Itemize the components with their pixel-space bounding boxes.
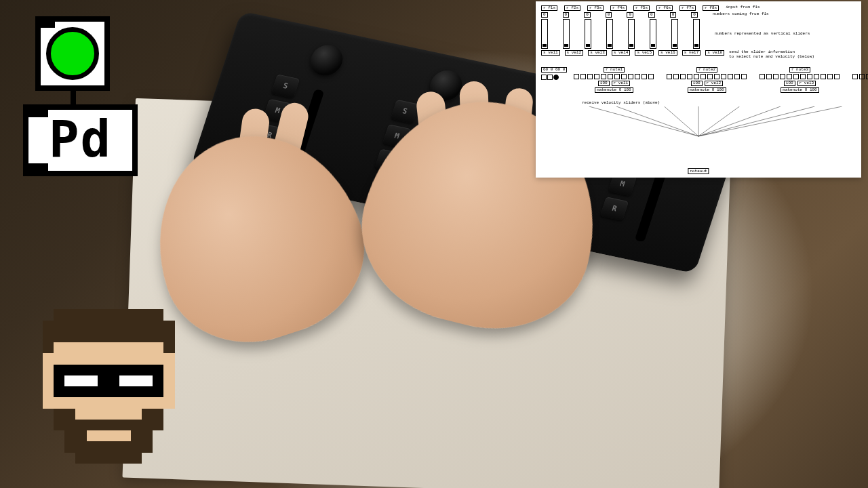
number-box: 0 — [648, 12, 655, 18]
number-box: 0 — [541, 12, 548, 18]
puredata-logo: Pd — [23, 16, 138, 176]
makenote-obj: makenote 0 100 — [595, 87, 633, 93]
send-obj: s vel5 — [635, 50, 654, 56]
number-box: 0 — [606, 12, 612, 18]
receive-note: r note1 — [604, 67, 625, 73]
patch-comment: to select note and velocity (below) — [729, 55, 814, 59]
svg-rect-3 — [43, 353, 54, 408]
receive-obj: r f3s — [587, 5, 604, 11]
vslider-icon — [650, 19, 656, 49]
svg-rect-13 — [75, 453, 142, 464]
patch-slider-row: numbers represented as vertical sliders — [541, 19, 856, 49]
note-group: r note4 100 r vel4 makenote 0 100 noteou… — [852, 67, 868, 100]
svg-rect-10 — [131, 375, 142, 386]
receive-obj: r f6s — [656, 5, 673, 11]
knob-1[interactable] — [307, 42, 347, 79]
note-group: r note3 100 r vel3 makenote 0 100 — [760, 67, 840, 93]
receive-obj: r f4s — [610, 5, 627, 11]
svg-rect-6 — [64, 375, 75, 386]
send-obj: s vel2 — [565, 50, 584, 56]
patch-comment: numbers represented as vertical sliders — [715, 32, 810, 36]
vslider-icon — [628, 19, 635, 49]
send-obj: s vel6 — [658, 50, 677, 56]
vslider-icon — [563, 19, 570, 49]
vslider-icon — [541, 19, 548, 49]
vel-recv: r vel1 — [612, 81, 631, 86]
send-obj: s vel7 — [682, 50, 701, 56]
svg-rect-7 — [75, 375, 86, 386]
patch-send-row: s vel1 s vel2 s vel3 s vel4 s vel5 s vel… — [541, 50, 856, 59]
svg-rect-9 — [119, 375, 130, 386]
makenote-obj: makenote 0 100 — [688, 87, 726, 93]
pd-label: Pd — [49, 114, 112, 164]
vslider-icon — [585, 19, 591, 49]
vel-recv: r vel3 — [797, 81, 816, 86]
svg-line-21 — [698, 106, 740, 136]
patch-comment: receive velocity sliders (above) — [582, 101, 660, 105]
svg-line-17 — [589, 106, 698, 136]
number-box: 0 — [627, 12, 633, 18]
vel-recv: r vel2 — [705, 81, 724, 86]
number-box: 0 — [691, 12, 698, 18]
send-obj: s vel3 — [588, 50, 607, 56]
receive-obj: r f1s — [541, 5, 557, 11]
svg-line-19 — [665, 106, 698, 136]
send-obj: s vel8 — [705, 50, 724, 56]
number-box: 0 — [563, 12, 570, 18]
receive-note: r note3 — [789, 67, 810, 73]
number-box: 0 — [670, 12, 677, 18]
vslider-icon — [693, 19, 700, 49]
vslider-icon — [671, 19, 678, 49]
vslider-icon — [606, 19, 613, 49]
number-box: 0 — [584, 12, 591, 18]
svg-line-24 — [698, 106, 842, 136]
rec-button[interactable]: R — [600, 197, 629, 221]
pd-bang-icon — [35, 16, 110, 91]
patch-number-row: 0 0 0 0 0 0 0 0 numbers coming from f1s — [541, 12, 856, 18]
svg-rect-4 — [163, 353, 174, 408]
noteout-bottom: noteout — [688, 168, 709, 174]
svg-line-23 — [698, 106, 814, 136]
note-group: r note1 100 r vel1 makenote 0 100 — [574, 67, 654, 93]
patch-comment: input from f1s — [726, 5, 760, 9]
dur-box: 100 — [691, 81, 703, 86]
makenote-obj: makenote 0 100 — [781, 87, 818, 93]
solo-button[interactable]: S — [391, 100, 420, 124]
pd-patch-overlay: r f1s r f2s r f3s r f4s r f5s r f6s r f7… — [536, 1, 861, 178]
receive-note: r note2 — [696, 67, 717, 73]
svg-rect-14 — [54, 409, 76, 431]
svg-rect-16 — [87, 430, 131, 441]
patch-groups-row: 60 0 60 0 r note1 100 r vel1 makenote 0 … — [541, 67, 856, 100]
send-obj: s vel1 — [541, 50, 560, 56]
dur-box: 100 — [784, 81, 795, 86]
receive-obj: r f2s — [564, 5, 580, 11]
patch-fan-lines — [541, 106, 856, 139]
svg-rect-8 — [87, 375, 98, 386]
pixel-avatar — [20, 298, 197, 474]
receive-obj: r f7s — [679, 5, 696, 11]
hsl-box: 60 0 60 0 — [541, 67, 567, 73]
svg-line-22 — [698, 106, 781, 136]
note-group: r note2 100 r vel2 makenote 0 100 — [667, 67, 747, 93]
patch-comment: numbers coming from f1s — [713, 12, 769, 16]
patch-input-row: r f1s r f2s r f3s r f4s r f5s r f6s r f7… — [541, 5, 856, 11]
pd-object-box: Pd — [23, 104, 138, 176]
send-obj: s vel4 — [612, 50, 631, 56]
svg-rect-15 — [142, 409, 164, 431]
receive-obj: r f5s — [633, 5, 650, 11]
receive-obj: r f8s — [703, 5, 719, 11]
svg-line-18 — [616, 106, 698, 136]
svg-rect-11 — [142, 375, 153, 386]
solo-button[interactable]: S — [271, 74, 300, 98]
dur-box: 100 — [598, 81, 610, 86]
